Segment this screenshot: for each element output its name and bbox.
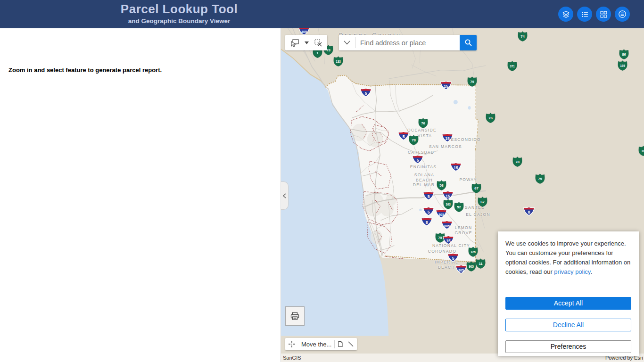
search-icon [464,39,472,47]
layers-button[interactable] [558,7,573,22]
panel-collapse-tab[interactable] [281,181,289,210]
clear-selection-icon [314,38,323,47]
select-rectangle-icon [289,38,300,48]
search-input[interactable] [355,35,460,50]
page-subtitle: and Geographic Boundary Viewer [0,17,358,25]
caret-down-icon [305,41,309,44]
print-button[interactable] [285,306,305,326]
chevron-down-icon [344,41,350,45]
page: Parcel Lookup Tool and Geographic Bounda… [0,0,644,362]
selection-toolbar [285,35,327,50]
move-widget: Move the... [285,338,357,350]
draw-line-button[interactable] [346,338,357,350]
privacy-policy-link[interactable]: privacy policy [554,268,590,275]
cookie-consent-dialog: We use cookies to improve your experienc… [498,231,639,356]
instruction-text: Zoom in and select feature to generate p… [8,66,162,74]
move-widget-label: Move the... [301,341,331,348]
app-header: Parcel Lookup Tool and Geographic Bounda… [0,0,644,28]
basemap-grid-icon [600,10,608,18]
legend-button[interactable] [577,7,592,22]
copy-button[interactable] [335,338,346,350]
diagonal-line-icon [348,341,354,347]
cookie-message-period: . [590,268,592,275]
move-handle[interactable] [285,338,298,350]
search-widget [339,35,477,50]
select-tool-button[interactable] [287,35,302,50]
preferences-button[interactable]: Preferences [505,340,631,353]
page-title: Parcel Lookup Tool [0,2,358,16]
cookie-message: We use cookies to improve your experienc… [505,239,631,277]
select-tool-dropdown[interactable] [302,35,311,50]
about-menu-icon [618,10,627,18]
print-icon [290,312,300,321]
layers-icon [562,10,570,18]
legend-list-icon [581,10,589,18]
move-crosshair-icon [288,340,296,348]
chevron-left-icon [283,193,286,198]
attribution-sangis: SanGIS [283,355,301,361]
header-actions [558,7,630,22]
decline-all-button[interactable]: Decline All [505,319,631,331]
basemap-button[interactable] [596,7,611,22]
title-block: Parcel Lookup Tool and Geographic Bounda… [0,2,358,25]
search-button[interactable] [460,35,477,50]
page-icon [337,341,343,347]
report-panel: Zoom in and select feature to generate p… [0,28,281,362]
clear-selection-button[interactable] [311,35,325,50]
about-button[interactable] [615,7,630,22]
search-source-dropdown[interactable] [339,35,355,50]
accept-all-button[interactable]: Accept All [505,297,631,310]
